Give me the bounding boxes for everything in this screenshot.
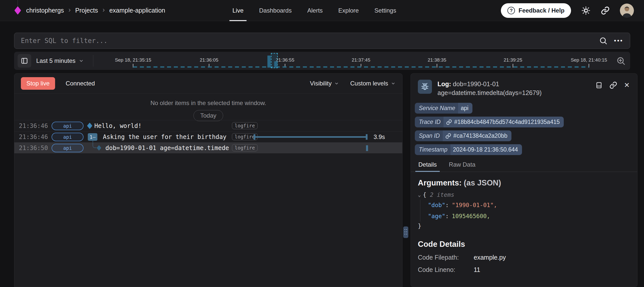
pill-label: Timestamp	[415, 144, 451, 155]
detail-kind-label: Log:	[437, 80, 451, 87]
scope-tag[interactable]: logfire	[232, 122, 258, 129]
connection-status: Connected	[66, 80, 95, 87]
top-bar: christophergs › Projects › example-appli…	[0, 0, 644, 21]
json-viewer: ⌄ { 2 items "dob":"1990-01-01", "age":10…	[418, 192, 630, 229]
tab-alerts[interactable]: Alerts	[306, 0, 324, 21]
timeline-baseline	[133, 66, 589, 68]
theme-toggle-icon	[581, 6, 591, 15]
scope-tag[interactable]: logfire	[232, 144, 258, 151]
theme-toggle-button[interactable]	[581, 6, 591, 15]
user-avatar[interactable]	[620, 4, 634, 18]
log-row-selected[interactable]: 21:36:50 api dob=1990-01-01 age=datetime…	[14, 142, 402, 153]
timeline-histogram-bar	[267, 56, 271, 68]
breadcrumb-projects[interactable]: Projects	[75, 7, 98, 14]
today-button[interactable]: Today	[193, 110, 223, 121]
log-message: dob=1990-01-01 age=datetime.timede	[105, 145, 229, 152]
json-open-brace: {	[423, 192, 426, 198]
tab-explore[interactable]: Explore	[337, 0, 360, 21]
split-view-icon[interactable]	[595, 81, 603, 89]
avatar-image	[620, 4, 634, 18]
log-time: 21:36:46	[19, 133, 48, 140]
sql-filter-input[interactable]	[21, 37, 599, 44]
divider	[93, 55, 93, 67]
json-key: "dob"	[428, 202, 445, 208]
close-icon[interactable]: ✕	[624, 82, 630, 89]
chevron-down-icon	[334, 81, 339, 86]
panel-resize-handle[interactable]	[403, 226, 408, 238]
copy-link-icon[interactable]	[609, 81, 617, 89]
service-badge[interactable]: api	[52, 122, 84, 130]
live-trace-panel: Stop live Connected Visibility Custom le…	[14, 73, 403, 287]
time-range-dropdown[interactable]: Last 5 minutes	[36, 57, 84, 64]
tab-settings[interactable]: Settings	[373, 0, 397, 21]
trace-id-pill[interactable]: Trace ID #18b84cb4847b5d574c4ad9121935a4…	[415, 117, 564, 127]
log-message: Hello, world!	[94, 122, 142, 129]
collapse-caret-icon[interactable]: ⌄	[418, 192, 421, 198]
search-icon[interactable]	[599, 36, 608, 45]
chevron-right-icon: ›	[68, 6, 71, 15]
logo-line	[18, 0, 18, 6]
arguments-heading-text: Arguments:	[418, 178, 462, 187]
detail-title: Log: dob=1990-01-01 age=datetime.timedel…	[437, 80, 542, 97]
span-duration-label: 3.9s	[374, 133, 385, 140]
tab-dashboards[interactable]: Dashboards	[258, 0, 293, 21]
timeline-tick-label: 21:38:35	[428, 57, 446, 63]
log-time: 21:36:50	[19, 145, 48, 152]
timeline-tick-label: 21:36:55	[276, 57, 294, 63]
tree-connector-line	[93, 142, 97, 148]
link-icon	[446, 119, 452, 125]
span-id-pill[interactable]: Span ID #ca741384ca2a20bb	[415, 130, 511, 141]
timeline-bar: Last 5 minutes Sep 18, 21:35:15 21:36:05…	[14, 52, 630, 70]
chevron-down-icon	[78, 58, 84, 64]
span-detail-panel: Log: dob=1990-01-01 age=datetime.timedel…	[411, 73, 637, 287]
more-options-icon[interactable]: •••	[614, 37, 623, 44]
span-duration-tick	[366, 145, 368, 151]
breadcrumb-project-name[interactable]: example-application	[109, 7, 165, 14]
sql-filter-bar: •••	[14, 33, 630, 49]
sidebar-toggle-button[interactable]	[18, 54, 31, 68]
breadcrumb-org[interactable]: christophergs	[26, 7, 64, 14]
detail-header: Log: dob=1990-01-01 age=datetime.timedel…	[411, 79, 637, 97]
timestamp-pill[interactable]: Timestamp 2024-09-18 21:36:50.644	[415, 144, 522, 155]
collapse-children-badge[interactable]: 1–	[88, 133, 97, 141]
json-entry: "age":1095465600,	[428, 211, 630, 222]
log-row[interactable]: 21:36:46 api 1– Asking the user for thei…	[14, 131, 402, 142]
share-link-button[interactable]	[601, 6, 610, 15]
empty-window-message: No older items in the selected time wind…	[14, 100, 402, 107]
stop-live-button[interactable]: Stop live	[21, 77, 55, 90]
span-duration-bar	[254, 136, 368, 138]
json-string-value: "1990-01-01",	[452, 202, 497, 208]
link-icon	[445, 133, 451, 139]
tab-raw-data[interactable]: Raw Data	[448, 159, 476, 172]
log-level-badge	[418, 80, 432, 94]
log-row[interactable]: 21:36:46 api Hello, world! logfire	[14, 120, 402, 131]
tab-details[interactable]: Details	[418, 159, 437, 172]
visibility-label: Visibility	[310, 80, 332, 87]
breadcrumb: christophergs › Projects › example-appli…	[14, 0, 165, 21]
visibility-dropdown[interactable]: Visibility	[310, 80, 339, 87]
service-name-pill[interactable]: Service Name api	[415, 103, 472, 114]
code-filepath-label: Code Filepath:	[418, 254, 474, 261]
code-lineno-label: Code Lineno:	[418, 266, 474, 273]
live-panel-header: Stop live Connected Visibility Custom le…	[14, 74, 402, 93]
detail-title-line1: dob=1990-01-01	[453, 80, 499, 87]
service-badge[interactable]: api	[52, 144, 84, 152]
timeline-tick-label: Sep 18, 21:40:15	[571, 57, 607, 63]
detail-meta: Service Name api Trace ID #18b84cb4847b5…	[411, 97, 637, 155]
service-badge[interactable]: api	[52, 133, 84, 141]
json-entry: "dob":"1990-01-01",	[428, 200, 630, 211]
json-body: "dob":"1990-01-01", "age":1095465600,	[420, 200, 630, 222]
zoom-in-button[interactable]	[614, 54, 628, 68]
pill-value: api	[461, 105, 468, 112]
feedback-help-button[interactable]: ? Feedback / Help	[501, 3, 571, 18]
code-filepath-value: example.py	[474, 254, 506, 261]
code-filepath-row: Code Filepath: example.py	[418, 254, 630, 261]
sidebar-toggle-icon	[21, 57, 28, 65]
logfire-logo[interactable]	[14, 0, 21, 21]
json-items-hint: 2 items	[430, 192, 454, 198]
tab-live[interactable]: Live	[231, 0, 245, 21]
log-diamond-icon	[97, 145, 101, 151]
timeline-tick-label: 21:37:45	[352, 57, 370, 63]
custom-levels-dropdown[interactable]: Custom levels	[350, 80, 396, 87]
timeline-tick-label: 21:36:05	[200, 57, 218, 63]
